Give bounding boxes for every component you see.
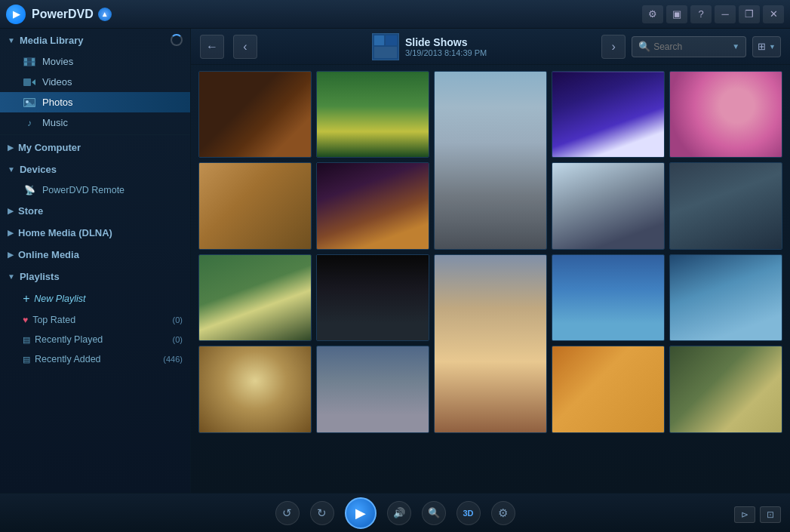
nav-prev-button[interactable]: ‹	[233, 35, 257, 59]
recently-played-icon: ▤	[23, 335, 30, 345]
sidebar-section-home-media[interactable]: ▶ Home Media (DLNA)	[0, 222, 190, 244]
update-icon[interactable]: ▲	[98, 8, 112, 21]
search-dropdown-icon[interactable]: ▼	[732, 42, 739, 51]
sidebar-section-online-media[interactable]: ▶ Online Media	[0, 244, 190, 266]
photos-icon	[23, 97, 36, 108]
svg-rect-11	[374, 35, 384, 45]
bottom-right-tools: ⊳ ⊡	[734, 506, 781, 523]
nav-next-button[interactable]: ›	[601, 35, 626, 59]
maximize-button[interactable]: ❐	[739, 5, 760, 23]
slideshow-info: Slide Shows 3/19/2013 8:14:39 PM	[263, 33, 595, 60]
svg-rect-12	[386, 35, 397, 45]
sidebar-item-photos[interactable]: Photos	[0, 92, 190, 112]
heart-icon: ♥	[23, 315, 28, 325]
photo-item[interactable]	[316, 71, 429, 158]
photo-item[interactable]	[434, 71, 547, 250]
sidebar-playlists-label: Playlists	[20, 271, 60, 282]
photo-item[interactable]	[198, 162, 312, 249]
volume-button[interactable]: 🔊	[387, 501, 411, 525]
photo-item[interactable]	[669, 71, 782, 158]
chevron-down-icon-2: ▼	[8, 165, 15, 174]
sidebar-item-top-rated[interactable]: ♥ Top Rated (0)	[0, 310, 190, 330]
close-button[interactable]: ✕	[763, 5, 784, 23]
videos-icon	[23, 77, 36, 88]
sidebar-item-recently-added[interactable]: ▤ Recently Added (446)	[0, 349, 190, 369]
chevron-down-icon: ▼	[8, 36, 15, 45]
zoom-button[interactable]: 🔍	[422, 501, 446, 525]
photo-item[interactable]	[198, 254, 312, 341]
search-box[interactable]: 🔍 ▼	[632, 36, 746, 57]
sidebar-store-label: Store	[18, 205, 43, 217]
photo-item[interactable]	[434, 254, 547, 433]
expand-button[interactable]: ⊳	[734, 506, 755, 523]
rewind-button[interactable]: ↺	[275, 501, 300, 525]
search-input[interactable]	[653, 42, 729, 52]
window-controls: ⚙ ▣ ? ─ ❐ ✕	[642, 5, 784, 23]
photo-item[interactable]	[552, 254, 665, 341]
slideshow-thumbnail	[372, 33, 399, 60]
chevron-right-icon-2: ▶	[8, 207, 14, 215]
sidebar-home-media-label: Home Media (DLNA)	[18, 227, 112, 238]
sidebar-section-my-computer[interactable]: ▶ My Computer	[0, 137, 190, 158]
sidebar-section-store[interactable]: ▶ Store	[0, 200, 190, 222]
sidebar-section-devices[interactable]: ▼ Devices	[0, 158, 190, 180]
sidebar-item-videos[interactable]: Videos	[0, 72, 190, 92]
top-rated-label: Top Rated	[32, 315, 75, 325]
sidebar-item-movies[interactable]: Movies	[0, 51, 190, 72]
view-toggle[interactable]: ⊞ ▼	[752, 36, 781, 57]
photo-item[interactable]	[316, 346, 429, 432]
slideshow-text: Slide Shows 3/19/2013 8:14:39 PM	[405, 36, 487, 57]
play-button[interactable]: ▶	[345, 497, 377, 529]
search-icon: 🔍	[638, 41, 650, 52]
app-title: PowerDVD	[32, 8, 94, 21]
back-button[interactable]: ←	[200, 35, 224, 59]
photo-item[interactable]	[316, 162, 429, 249]
recently-added-count: (446)	[163, 355, 183, 364]
movies-icon	[23, 57, 36, 67]
pip-button[interactable]: ⊡	[760, 506, 781, 523]
svg-marker-5	[32, 79, 35, 85]
help-button[interactable]: ?	[690, 5, 712, 23]
sidebar-item-movies-label: Movies	[42, 56, 73, 67]
minimize-button[interactable]: ─	[715, 5, 736, 23]
forward-button[interactable]: ↻	[310, 501, 334, 525]
bottom-settings-button[interactable]: ⚙	[491, 501, 515, 525]
svg-rect-4	[23, 78, 31, 86]
settings-button[interactable]: ⚙	[642, 5, 663, 23]
content-area: ← ‹ Slide Shows 3/19/2013 8:14:39 PM ›	[191, 29, 790, 493]
3d-button[interactable]: 3D	[456, 501, 481, 525]
sidebar-item-powerdvd-remote[interactable]: 📡 PowerDVD Remote	[0, 180, 190, 200]
photo-item[interactable]	[669, 254, 782, 341]
sidebar-online-media-label: Online Media	[18, 249, 79, 260]
photo-item[interactable]	[669, 346, 782, 432]
chevron-right-icon-3: ▶	[8, 229, 14, 237]
photo-grid	[191, 65, 790, 493]
music-icon: ♪	[23, 118, 36, 128]
sidebar-item-recently-played[interactable]: ▤ Recently Played (0)	[0, 330, 190, 349]
sidebar-item-new-playlist[interactable]: + New Playlist	[0, 288, 190, 310]
photo-item[interactable]	[552, 346, 665, 432]
photo-item[interactable]	[198, 346, 312, 432]
sidebar-section-playlists[interactable]: ▼ Playlists	[0, 266, 190, 288]
sidebar-item-music-label: Music	[42, 117, 68, 128]
photo-item[interactable]	[552, 71, 665, 158]
chevron-right-icon: ▶	[8, 143, 14, 152]
photo-item[interactable]	[198, 71, 312, 158]
svg-point-8	[26, 100, 29, 103]
photo-item[interactable]	[669, 162, 782, 249]
bottom-bar: ↺ ↻ ▶ 🔊 🔍 3D ⚙ ⊳ ⊡	[0, 493, 790, 532]
sidebar: ▼ Media Library Movies Videos Photos ♪ M…	[0, 29, 191, 493]
app-logo: ▶	[6, 5, 26, 24]
svg-rect-3	[23, 61, 35, 63]
sidebar-section-media-library[interactable]: ▼ Media Library	[0, 29, 190, 51]
photo-item[interactable]	[316, 254, 429, 341]
sidebar-my-computer-label: My Computer	[18, 142, 81, 153]
recently-added-label: Recently Added	[35, 354, 101, 364]
photo-item[interactable]	[552, 162, 665, 249]
top-rated-count: (0)	[173, 315, 183, 324]
grid-view-icon: ⊞	[758, 41, 766, 52]
display-button[interactable]: ▣	[666, 5, 687, 23]
sidebar-item-music[interactable]: ♪ Music	[0, 112, 190, 133]
sidebar-devices-label: Devices	[20, 164, 57, 175]
slideshow-title: Slide Shows	[405, 36, 487, 48]
